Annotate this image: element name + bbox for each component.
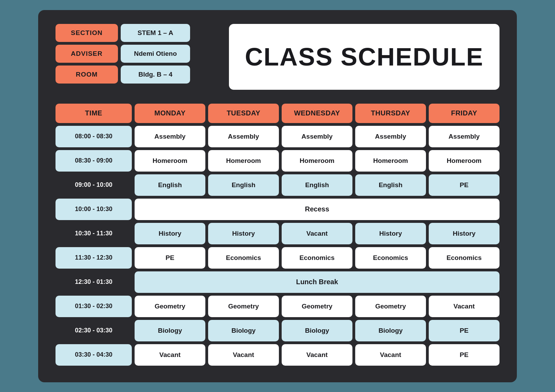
- cell-wed-0900: English: [282, 174, 352, 196]
- adviser-row: ADVISER Ndemi Otieno: [56, 45, 222, 63]
- time-0330: 03:30 - 04:30: [56, 344, 132, 366]
- header: SECTION STEM 1 – A ADVISER Ndemi Otieno …: [56, 24, 500, 90]
- cell-wed-0830: Homeroom: [282, 150, 352, 172]
- time-1000: 10:00 - 10:30: [56, 199, 132, 220]
- schedule: TIME MONDAY TUESDAY WEDNESDAY THURSDAY F…: [56, 104, 500, 366]
- cell-wed-0230: Biology: [282, 320, 352, 341]
- cell-tue-1130: Economics: [208, 247, 279, 269]
- cell-wed-0800: Assembly: [282, 126, 352, 147]
- room-row: ROOM Bldg. B – 4: [56, 66, 222, 84]
- cell-mon-1130: PE: [135, 247, 205, 269]
- lunch-span: Lunch Break: [135, 271, 500, 293]
- schedule-header-row: TIME MONDAY TUESDAY WEDNESDAY THURSDAY F…: [56, 104, 500, 123]
- cell-tue-0800: Assembly: [208, 126, 279, 147]
- col-header-tuesday: TUESDAY: [208, 104, 279, 123]
- cell-fri-0230: PE: [429, 320, 500, 341]
- adviser-label: ADVISER: [56, 45, 118, 63]
- cell-thu-1130: Economics: [355, 247, 426, 269]
- cell-wed-1130: Economics: [282, 247, 352, 269]
- cell-fri-0830: Homeroom: [429, 150, 500, 172]
- col-header-thursday: THURSDAY: [355, 104, 426, 123]
- cell-fri-0130: Vacant: [429, 296, 500, 317]
- row-pe-econ: 11:30 - 12:30 PE Economics Economics Eco…: [56, 247, 500, 269]
- room-label: ROOM: [56, 66, 118, 84]
- time-1230: 12:30 - 01:30: [56, 271, 132, 293]
- time-1130: 11:30 - 12:30: [56, 247, 132, 269]
- cell-thu-0230: Biology: [355, 320, 426, 341]
- section-value: STEM 1 – A: [121, 24, 190, 42]
- cell-wed-0130: Geometry: [282, 296, 352, 317]
- cell-tue-1030: History: [208, 223, 279, 244]
- cell-mon-0900: English: [135, 174, 205, 196]
- time-0800: 08:00 - 08:30: [56, 126, 132, 147]
- cell-fri-0900: PE: [429, 174, 500, 196]
- cell-tue-0130: Geometry: [208, 296, 279, 317]
- row-english: 09:00 - 10:00 English English English En…: [56, 174, 500, 196]
- cell-wed-0330: Vacant: [282, 344, 352, 366]
- row-lunch: 12:30 - 01:30 Lunch Break: [56, 271, 500, 293]
- cell-thu-1030: History: [355, 223, 426, 244]
- row-history: 10:30 - 11:30 History History Vacant His…: [56, 223, 500, 244]
- room-value: Bldg. B – 4: [121, 66, 190, 84]
- time-1030: 10:30 - 11:30: [56, 223, 132, 244]
- cell-tue-0900: English: [208, 174, 279, 196]
- row-recess: 10:00 - 10:30 Recess: [56, 199, 500, 220]
- col-header-monday: MONDAY: [135, 104, 205, 123]
- cell-mon-1030: History: [135, 223, 205, 244]
- cell-mon-0800: Assembly: [135, 126, 205, 147]
- row-homeroom: 08:30 - 09:00 Homeroom Homeroom Homeroom…: [56, 150, 500, 172]
- time-0900: 09:00 - 10:00: [56, 174, 132, 196]
- col-header-friday: FRIDAY: [429, 104, 500, 123]
- cell-thu-0900: English: [355, 174, 426, 196]
- title-block: CLASS SCHEDULE: [229, 24, 500, 90]
- row-geometry: 01:30 - 02:30 Geometry Geometry Geometry…: [56, 296, 500, 317]
- section-label: SECTION: [56, 24, 118, 42]
- cell-tue-0230: Biology: [208, 320, 279, 341]
- cell-mon-0230: Biology: [135, 320, 205, 341]
- time-0230: 02:30 - 03:30: [56, 320, 132, 341]
- main-title: CLASS SCHEDULE: [245, 43, 484, 71]
- cell-thu-0330: Vacant: [355, 344, 426, 366]
- row-biology: 02:30 - 03:30 Biology Biology Biology Bi…: [56, 320, 500, 341]
- cell-fri-0330: PE: [429, 344, 500, 366]
- section-row: SECTION STEM 1 – A: [56, 24, 222, 42]
- info-block: SECTION STEM 1 – A ADVISER Ndemi Otieno …: [56, 24, 222, 90]
- cell-thu-0830: Homeroom: [355, 150, 426, 172]
- row-vacant: 03:30 - 04:30 Vacant Vacant Vacant Vacan…: [56, 344, 500, 366]
- time-0830: 08:30 - 09:00: [56, 150, 132, 172]
- recess-span: Recess: [135, 199, 500, 220]
- cell-fri-1130: Economics: [429, 247, 500, 269]
- cell-mon-0130: Geometry: [135, 296, 205, 317]
- cell-thu-0800: Assembly: [355, 126, 426, 147]
- cell-fri-0800: Assembly: [429, 126, 500, 147]
- row-assembly: 08:00 - 08:30 Assembly Assembly Assembly…: [56, 126, 500, 147]
- adviser-value: Ndemi Otieno: [121, 45, 190, 63]
- time-0130: 01:30 - 02:30: [56, 296, 132, 317]
- cell-tue-0330: Vacant: [208, 344, 279, 366]
- cell-fri-1030: History: [429, 223, 500, 244]
- cell-mon-0830: Homeroom: [135, 150, 205, 172]
- cell-tue-0830: Homeroom: [208, 150, 279, 172]
- cell-thu-0130: Geometry: [355, 296, 426, 317]
- col-header-wednesday: WEDNESDAY: [282, 104, 352, 123]
- cell-wed-1030: Vacant: [282, 223, 352, 244]
- col-header-time: TIME: [56, 104, 132, 123]
- cell-mon-0330: Vacant: [135, 344, 205, 366]
- main-card: SECTION STEM 1 – A ADVISER Ndemi Otieno …: [38, 10, 517, 382]
